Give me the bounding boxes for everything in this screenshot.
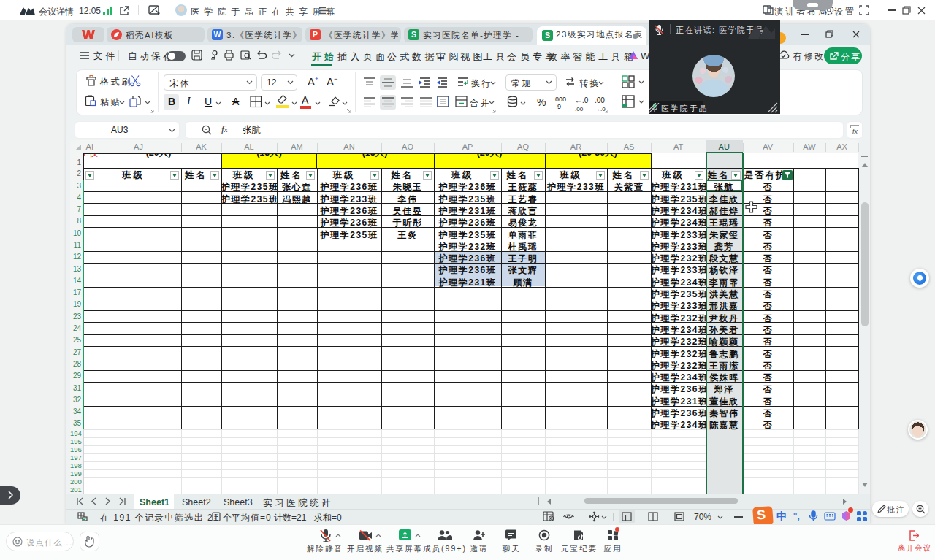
svg-text:fx: fx	[852, 128, 858, 135]
